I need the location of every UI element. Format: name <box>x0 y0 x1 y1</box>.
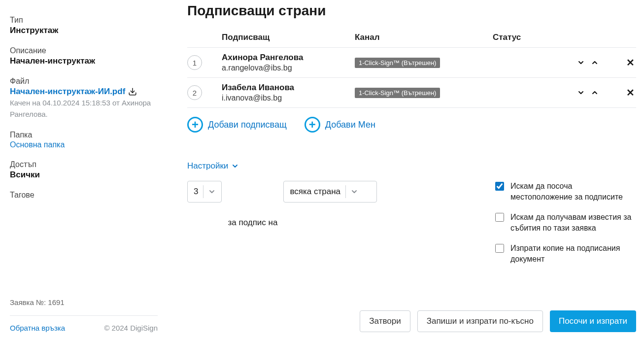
settings-toggle[interactable]: Настройки <box>187 161 636 171</box>
access-value: Всички <box>10 170 158 180</box>
file-link[interactable]: Начален-инструктаж-ИИ.pdf <box>10 87 137 97</box>
add-me-button[interactable]: + Добави Мен <box>305 117 375 133</box>
file-label: Файл <box>10 77 158 86</box>
column-signer: Подписващ <box>222 33 355 42</box>
feedback-link[interactable]: Обратна връзка <box>10 324 65 332</box>
tags-label: Тагове <box>10 191 158 200</box>
remove-signer-icon[interactable]: ✕ <box>624 87 636 99</box>
column-channel: Канал <box>355 33 493 42</box>
sidebar: Тип Инструктаж Описание Начален-инструкт… <box>0 0 168 339</box>
channel-badge: 1-Click-Sign™ (Вътрешен) <box>355 58 440 68</box>
checkbox-location[interactable]: Искам да посоча местоположение за подпис… <box>493 181 636 203</box>
copyright-text: © 2024 DigiSign <box>104 324 158 332</box>
plus-icon: + <box>187 117 203 133</box>
checkbox-notifications-label: Искам да получавам известия за събития п… <box>510 212 636 234</box>
type-value: Инструктаж <box>10 26 158 35</box>
table-row: 2 Изабела Иванова i.ivanova@ibs.bg 1-Cli… <box>187 77 636 107</box>
save-send-later-button[interactable]: Запиши и изпрати по-късно <box>417 310 543 332</box>
move-down-icon[interactable] <box>575 57 587 68</box>
access-label: Достъп <box>10 160 158 169</box>
chevron-down-icon <box>205 188 218 196</box>
download-icon[interactable] <box>128 87 137 96</box>
add-me-label: Добави Мен <box>325 120 375 130</box>
chevron-down-icon <box>231 162 239 170</box>
plus-icon: + <box>305 117 320 133</box>
signer-order: 2 <box>187 85 202 100</box>
chevron-down-icon <box>348 188 361 196</box>
checkbox-location-input[interactable] <box>495 182 504 191</box>
move-up-icon[interactable] <box>589 87 601 99</box>
signature-count-select[interactable]: 3 <box>187 181 222 203</box>
page-select[interactable]: всяка страна <box>283 181 377 203</box>
signer-email: a.rangelova@ibs.bg <box>222 64 355 72</box>
main-content: Подписващи страни Подписващ Канал Статус… <box>168 0 644 339</box>
table-row: 1 Ахинора Рангелова a.rangelova@ibs.bg 1… <box>187 47 636 77</box>
file-meta: Качен на 04.10.2024 15:18:53 от Ахинора … <box>10 98 158 120</box>
add-signer-label: Добави подписващ <box>208 120 287 130</box>
request-number: Заявка №: 1691 <box>10 269 158 306</box>
checkbox-send-copy-label: Изпрати копие на подписания документ <box>510 243 636 265</box>
description-label: Описание <box>10 46 158 55</box>
checkbox-notifications-input[interactable] <box>495 213 504 222</box>
type-label: Тип <box>10 16 158 25</box>
signature-count-value: 3 <box>194 187 203 197</box>
point-and-send-button[interactable]: Посочи и изпрати <box>550 310 636 332</box>
signer-order: 1 <box>187 55 202 70</box>
move-up-icon[interactable] <box>589 57 601 68</box>
checkbox-send-copy-input[interactable] <box>495 244 504 253</box>
channel-badge: 1-Click-Sign™ (Вътрешен) <box>355 88 440 98</box>
page-title: Подписващи страни <box>187 3 636 19</box>
folder-label: Папка <box>10 131 158 139</box>
signers-table: Подписващ Канал Статус 1 Ахинора Рангело… <box>187 33 636 141</box>
checkbox-location-label: Искам да посоча местоположение за подпис… <box>510 181 636 203</box>
move-down-icon[interactable] <box>575 87 587 99</box>
signer-name: Изабела Иванова <box>222 83 355 93</box>
remove-signer-icon[interactable]: ✕ <box>624 57 636 68</box>
description-value: Начален-инструктаж <box>10 56 158 66</box>
column-status: Статус <box>493 33 572 42</box>
signer-name: Ахинора Рангелова <box>222 53 355 63</box>
signer-email: i.ivanova@ibs.bg <box>222 94 355 102</box>
add-signer-button[interactable]: + Добави подписващ <box>187 117 287 133</box>
checkbox-send-copy[interactable]: Изпрати копие на подписания документ <box>493 243 636 265</box>
settings-toggle-label: Настройки <box>187 161 228 171</box>
close-button[interactable]: Затвори <box>360 310 410 332</box>
file-link-text: Начален-инструктаж-ИИ.pdf <box>10 87 125 97</box>
signature-count-label: за подпис на <box>228 218 277 228</box>
folder-link[interactable]: Основна папка <box>10 140 65 149</box>
checkbox-notifications[interactable]: Искам да получавам известия за събития п… <box>493 212 636 234</box>
page-select-value: всяка страна <box>290 187 345 197</box>
